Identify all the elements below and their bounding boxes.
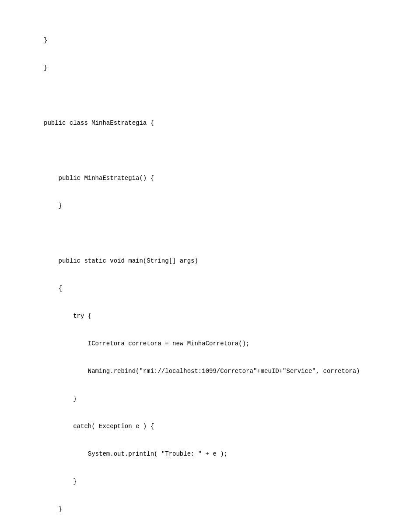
- code-line: }: [44, 201, 376, 211]
- code-line: public static void main(String[] args): [44, 256, 376, 266]
- code-line: }: [44, 394, 376, 404]
- code-line: System.out.println( "Trouble: " + e );: [44, 450, 376, 459]
- code-line: public class MinhaEstrategia {: [44, 119, 376, 128]
- code-line: try {: [44, 312, 376, 321]
- code-line: {: [44, 284, 376, 293]
- code-line: ICorretora corretora = new MinhaCorretor…: [44, 339, 376, 348]
- code-line: [44, 229, 376, 238]
- code-line: }: [44, 505, 376, 514]
- code-line: [44, 146, 376, 155]
- code-line: catch( Exception e ) {: [44, 422, 376, 431]
- code-line: }: [44, 36, 376, 45]
- page: } } public class MinhaEstrategia { publi…: [0, 0, 420, 527]
- code-line: }: [44, 63, 376, 73]
- code-block: } } public class MinhaEstrategia { publi…: [44, 18, 376, 527]
- code-line: Naming.rebind("rmi://localhost:1099/Corr…: [44, 367, 376, 376]
- code-line: }: [44, 477, 376, 486]
- code-line: public MinhaEstrategia() {: [44, 174, 376, 183]
- code-line: [44, 91, 376, 100]
